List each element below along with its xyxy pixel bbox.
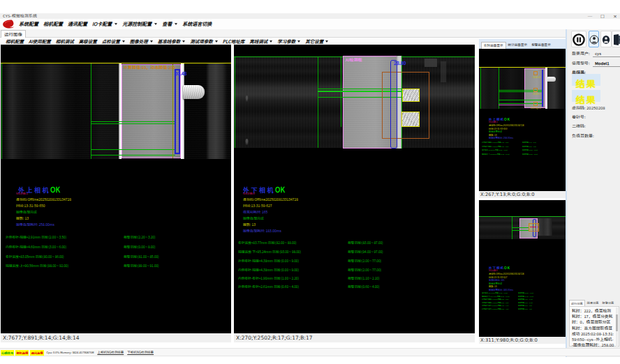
tool-image-processing[interactable]: 图像处理 <box>130 38 153 45</box>
measure-row: 外侧卷针-卷针=2.61mm 范围:(0.60 ~ 4.00) <box>238 284 299 289</box>
tool-plc-address-lib[interactable]: PLC地址库 <box>223 38 244 45</box>
pause-button[interactable] <box>571 31 586 47</box>
alarm-range: 报警范围:(2.00 ~ 77.00) <box>518 301 533 304</box>
comm-link-status: 通讯连接 <box>30 350 43 356</box>
upper-camera-coords: X:7677;Y:891;R:14;G:14;B:14 <box>1 333 231 342</box>
virtual-code-line: 虚拟码:Offline20250208133134728 <box>16 197 71 202</box>
menu-items: 系统配置 相机配置 通讯配置 IO卡配置 光源控制配置 查看 系统语言切换 <box>19 19 216 29</box>
tab-run-image[interactable]: 运行图像 <box>1 30 26 38</box>
green-measure-line <box>91 123 175 124</box>
tool-ai-use-config[interactable]: AI使用配置 <box>29 38 51 45</box>
log-tab-strip: 运行日志 结果日志 报警日志 <box>569 300 616 306</box>
menu-light-control-config[interactable]: 光源控制配置 <box>122 19 157 29</box>
toolbar: 相机配置 AI使用配置 相机调试 高级设置 点检设置 图像处理 基准线参数 测试… <box>0 38 479 45</box>
user-lock-button[interactable] <box>600 31 612 47</box>
view-tab-statistics[interactable]: 统计画面显示 <box>506 42 530 49</box>
electrode-tab <box>183 85 205 99</box>
elapsed-line: 图像处理耗时: 183.00ms <box>243 228 281 233</box>
menu-comm-config[interactable]: 通讯配置 <box>68 19 87 29</box>
tool-offline-debug[interactable]: 离线调试 <box>249 38 272 45</box>
ai-time-line: 极耳AI耗时: 165 <box>243 209 267 214</box>
login-user-button[interactable] <box>589 31 599 47</box>
app-window: CYS-视觉检测系统 ─ ☐ ✕ 系统配置 相机配置 通讯配置 IO卡配置 光源… <box>0 0 620 364</box>
bolt-mark <box>245 139 249 145</box>
green-measure-line <box>499 100 542 100</box>
metal-highlight <box>425 59 437 67</box>
tool-advanced-settings[interactable]: 高级设置 <box>79 38 97 45</box>
measure-row: 外侧卷针-隔膜=4.38mm 范围:(0.00 ~ 9.00) <box>482 298 508 301</box>
login-user-label: 登录用户: <box>572 50 590 56</box>
green-guide-line <box>235 57 235 148</box>
time-line: 时间:13-31-59-650 <box>16 203 45 208</box>
title-bar: CYS-视觉检测系统 ─ ☐ ✕ <box>0 13 620 19</box>
measure-row: 内侧卷针-卷针=1.90mm 范围:(1.00 ~ 2.20) <box>482 304 508 307</box>
green-measure-line <box>91 121 175 122</box>
separator-bright-edge <box>181 63 184 159</box>
menu-system-config[interactable]: 系统配置 <box>19 19 38 29</box>
menu-language-switch[interactable]: 系统语言切换 <box>182 19 212 29</box>
maximize-button[interactable]: ☐ <box>599 13 606 19</box>
measure-row: 隔膜宽度-上=90.56mm 范围:(88.00 ~ 92.00) <box>6 263 68 268</box>
log-output[interactable]: 耗时：222，极耳检测耗时：17，极耳分类耗时：0，极耳提取分区耗时：直方图提取… <box>569 306 619 347</box>
measure-roi-box <box>175 69 180 154</box>
log-scrollbar-thumb[interactable] <box>616 314 618 331</box>
dropdown-arrow-icon <box>270 40 272 43</box>
ng-count-label: NG次数:0 <box>243 191 255 195</box>
turns-line: 圈数: 13 <box>16 215 29 220</box>
tab-detect-box <box>401 112 420 127</box>
lower-camera-panel[interactable]: AI检测框 23.80 外下相机OK NG次数:0 虚拟码:Offline202… <box>234 45 475 333</box>
tool-camera-debug[interactable]: 相机调试 <box>56 38 74 45</box>
view-tab-alarm[interactable]: 报警画面显示 <box>529 42 553 49</box>
upper-camera-panel[interactable]: 计算阈值:93，动态阈值:100 93.48 外上相机OK NG次数:1 虚拟码… <box>1 45 231 333</box>
tool-other-settings[interactable]: 其它设置 <box>305 38 328 45</box>
measure-row: 内侧卷针-卷针=1.90mm 范围:(1.00 ~ 2.20) <box>238 275 299 280</box>
virtual-code-field: 虚拟码: 20250208 <box>572 105 605 111</box>
needle-no-field: 卷针号: <box>572 114 586 120</box>
defect-marker <box>533 102 538 106</box>
measure-row: 隔膜宽度-下=95.24mm 范围:(93.00 ~ 98.00) <box>238 249 301 254</box>
measure-row: 卷针宽度=83.77mm 范围:(82.00 ~ 88.00) <box>238 240 297 245</box>
red-measure-line <box>530 227 536 228</box>
log-scrollbar[interactable] <box>616 308 618 347</box>
tab-search-roi-box <box>382 72 429 139</box>
result-box-upper: 结果 <box>572 74 600 86</box>
mini-lower-coords: X:311;Y:980;R:0;G:0;B:0 <box>479 337 566 344</box>
close-button[interactable]: ✕ <box>612 13 619 19</box>
minimize-button[interactable]: ─ <box>586 13 593 19</box>
menu-bar: 系统配置 相机配置 通讯配置 IO卡配置 光源控制配置 查看 系统语言切换 <box>0 19 620 29</box>
log-tab-run[interactable]: 运行日志 <box>569 300 585 306</box>
measure-row: 内侧卷针-隔膜=4.38mm 范围:(0.00 ~ 9.00) <box>482 301 508 304</box>
menu-io-card-config[interactable]: IO卡配置 <box>92 19 117 29</box>
login-user-value: cys <box>595 50 601 56</box>
lower-camera-mini-panel[interactable]: B2.6 38.48 52.08 NG:4 外下相机OK NG次数:0 虚拟码:… <box>479 200 566 337</box>
tool-test-item-params[interactable]: 测试项参数 <box>190 38 218 45</box>
alarm-range: 报警范围:(2.00 ~ 77.00) <box>348 267 381 272</box>
tool-baseline-params[interactable]: 基准线参数 <box>158 38 186 45</box>
alarm-range: 报警范围:(2.00 ~ 77.00) <box>348 258 381 263</box>
green-measure-line <box>512 230 529 231</box>
log-tab-alarm[interactable]: 报警日志 <box>601 300 616 306</box>
menu-view[interactable]: 查看 <box>162 19 177 29</box>
view-tab-live[interactable]: 实时画面显示 <box>481 42 506 49</box>
elapsed-line: 图像处理耗时: 258.00ms <box>16 222 54 227</box>
process-done-line: 图像处理完成 <box>16 209 37 214</box>
green-guide-line <box>1 63 2 159</box>
measure-row: 外侧卷针-卷针=2.61mm 范围:(0.60 ~ 4.00) <box>482 308 508 310</box>
alarm-range: 报警范围:(0.00 ~ 8.00) <box>522 145 536 148</box>
tool-camera-config[interactable]: 相机配置 <box>6 38 24 45</box>
upper-camera-result-link[interactable]: 上相机NG检测结果 <box>97 349 124 356</box>
measure-row: 隔膜宽度-下=95.24mm 范围:(93.00 ~ 98.00) <box>482 295 510 298</box>
log-tab-result[interactable]: 结果日志 <box>586 300 600 306</box>
model-value: Model1 <box>595 60 610 66</box>
upper-camera-mini-panel[interactable]: 52.48:1.8 23.08 5.1 24.60 Ag:1.8 外上相机OK … <box>479 49 566 191</box>
tool-learning-params[interactable]: 学习参数 <box>277 38 300 45</box>
measure-row: 隔膜宽度-上=90.56mm 范围:(88.00 ~ 92.00) <box>482 153 510 156</box>
lower-camera-result-link[interactable]: 下相机NG检测结果 <box>127 349 154 356</box>
tool-spot-check[interactable]: 点检设置 <box>102 38 125 45</box>
sidebar: 登录用户: cys 使用型号: Model1 总结果: 结果 结果 虚拟码: 2… <box>566 29 620 357</box>
metal-highlight <box>538 218 552 236</box>
measure-value-label: 93.48 <box>175 70 186 77</box>
menu-camera-config[interactable]: 相机配置 <box>43 19 63 29</box>
exit-button[interactable] <box>612 31 620 47</box>
window-title: CYS-视觉检测系统 <box>3 13 37 19</box>
